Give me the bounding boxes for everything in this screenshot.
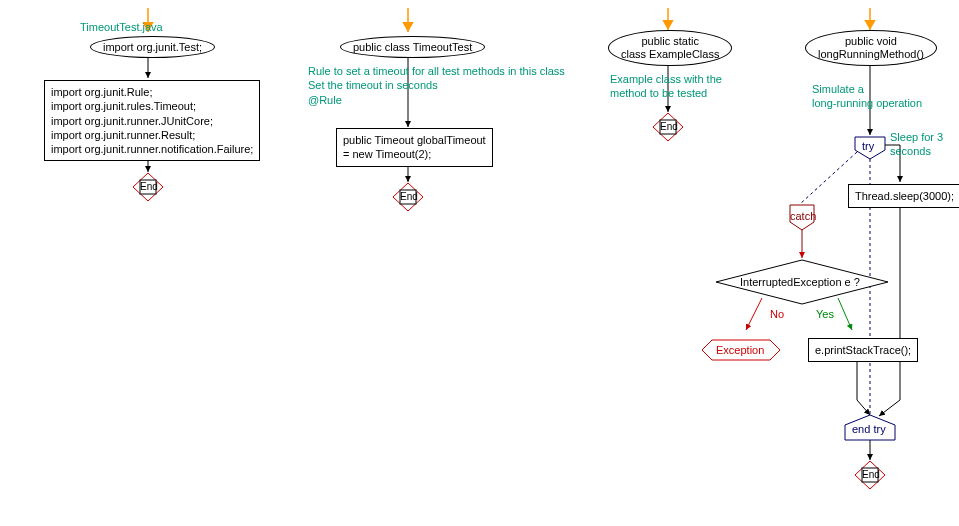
branch4-method-decl: public void longRunningMethod() [805, 30, 937, 66]
thread-sleep: Thread.sleep(3000); [848, 184, 959, 208]
branch4-comment: Simulate a long-running operation [812, 82, 922, 111]
branch1-imports-block: import org.junit.Rule; import org.junit.… [44, 80, 260, 161]
endtry-label: end try [852, 423, 886, 435]
yes-label: Yes [816, 308, 834, 320]
branch4-end-label: End [862, 469, 880, 480]
print-stacktrace: e.printStackTrace(); [808, 338, 918, 362]
branch2-timeout-rule: public Timeout globalTimeout = new Timeo… [336, 128, 493, 167]
branch2-end-label: End [400, 191, 418, 202]
no-label: No [770, 308, 784, 320]
svg-line-24 [879, 400, 900, 416]
branch2-comment: Rule to set a timeout for all test metho… [308, 64, 565, 107]
try-side-comment: Sleep for 3 seconds [890, 130, 959, 159]
try-label: try [862, 140, 874, 152]
catch-label: catch [790, 210, 816, 222]
branch1-end-label: End [140, 181, 158, 192]
diamond-label: InterruptedException e ? [740, 276, 860, 288]
svg-line-18 [746, 298, 762, 330]
branch3-comment: Example class with the method to be test… [610, 72, 722, 101]
svg-line-22 [857, 400, 870, 415]
branch3-class-decl: public static class ExampleClass [608, 30, 732, 66]
branch1-title: TimeoutTest.java [80, 20, 163, 34]
svg-line-19 [838, 298, 852, 330]
branch2-class-decl: public class TimeoutTest [340, 36, 485, 58]
exception-label: Exception [716, 344, 764, 356]
branch3-end-label: End [660, 121, 678, 132]
branch1-import-test: import org.junit.Test; [90, 36, 215, 58]
